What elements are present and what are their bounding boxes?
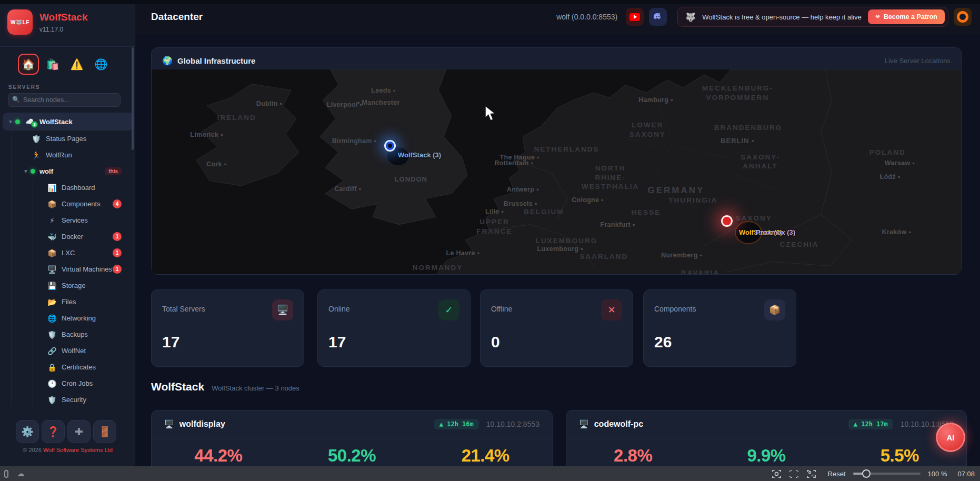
tree-item-wolf[interactable]: ▼wolfthis bbox=[0, 163, 135, 179]
heart-icon: ❤ bbox=[875, 14, 880, 21]
cluster-name: WolfStack bbox=[151, 380, 204, 393]
node-name: codewolf-pc bbox=[594, 419, 643, 429]
patreon-icon bbox=[957, 11, 968, 23]
tree-item-cron-jobs[interactable]: 🕐Cron Jobs bbox=[0, 375, 135, 392]
patreon-button[interactable] bbox=[954, 8, 972, 26]
tree-item-dashboard[interactable]: 📊Dashboard bbox=[0, 179, 135, 196]
stat-label: Online bbox=[328, 305, 349, 313]
window-top-strip bbox=[0, 0, 980, 4]
nav-gifts-icon[interactable]: 🛍️ bbox=[42, 54, 63, 75]
discord-button[interactable] bbox=[649, 8, 667, 26]
clock: 07:08 bbox=[957, 470, 975, 478]
online-dot bbox=[15, 119, 20, 124]
stat-card-top: Total Servers🖥️ bbox=[162, 299, 293, 320]
shield-icon: 🛡️ bbox=[31, 135, 42, 143]
tree-item-files[interactable]: 📂Files bbox=[0, 294, 135, 310]
metric-value: 21.4% bbox=[418, 446, 552, 466]
count-badge: 1 bbox=[113, 248, 122, 257]
node-count-badge: 3 bbox=[31, 121, 38, 128]
tree-item-services[interactable]: ⚡Services bbox=[0, 212, 135, 228]
map-header: 🌍 Global Infrastructure Live Server Loca… bbox=[152, 52, 961, 69]
monitor-icon: 🖥️ bbox=[46, 265, 58, 274]
server-marker-de[interactable] bbox=[721, 215, 733, 227]
globe-icon: 🌍 bbox=[162, 56, 173, 66]
taskbar-pill-icon[interactable] bbox=[4, 470, 8, 478]
tree-item-certificates[interactable]: 🔒Certificates bbox=[0, 359, 135, 375]
globe-icon: 🌐 bbox=[46, 314, 58, 323]
node-address: 10.10.10.2:8553 bbox=[486, 420, 539, 428]
stat-card-total-servers: Total Servers🖥️17 bbox=[151, 289, 304, 367]
brand: W🐺LF WolfStack v11.17.0 bbox=[7, 9, 88, 35]
tree-item-label: WolfStack bbox=[39, 118, 73, 126]
search-input[interactable] bbox=[8, 93, 121, 107]
monitor-icon: 🖥️ bbox=[164, 419, 174, 429]
tree-item-status-pages[interactable]: 🛡️Status Pages bbox=[0, 131, 135, 147]
runner-icon: 🏃 bbox=[31, 151, 42, 159]
region-select-icon[interactable] bbox=[789, 469, 799, 479]
tree-item-label: wolf bbox=[39, 167, 53, 175]
floppy-icon: 💾 bbox=[46, 282, 58, 290]
node-header-right: ▲ 12h 16m10.10.10.2:8553 bbox=[434, 419, 539, 429]
node-header-right: ▲ 12h 17m10.10.10.1:8553 bbox=[848, 419, 954, 429]
global-infrastructure-card: 🌍 Global Infrastructure Live Server Loca… bbox=[151, 47, 962, 275]
shield-icon: 🛡️ bbox=[46, 330, 58, 339]
copyright: © 2026 Wolf Software Systems Ltd bbox=[0, 447, 135, 453]
record-code-icon[interactable]: <> bbox=[806, 469, 816, 479]
tree-item-label: Storage bbox=[62, 282, 86, 289]
tree-item-wolfstack[interactable]: ▼☁️3WolfStack bbox=[3, 113, 133, 131]
screenshot-icon[interactable] bbox=[772, 469, 782, 479]
wolf-icon: 🐺 bbox=[685, 12, 696, 22]
help-button[interactable]: ❓ bbox=[42, 420, 65, 443]
donation-banner: 🐺 WolfStack is free & open-source — help… bbox=[677, 7, 948, 27]
reset-button[interactable]: Reset bbox=[828, 470, 846, 478]
nav-warning-icon[interactable]: ⚠️ bbox=[66, 54, 87, 75]
taskbar-cloud-icon[interactable]: ☁ bbox=[17, 469, 25, 478]
server-marker-uk-label[interactable]: WolfStack (3) bbox=[398, 151, 441, 159]
nav-globe-icon[interactable]: 🌐 bbox=[91, 54, 112, 75]
server-marker-uk[interactable] bbox=[384, 140, 396, 152]
stat-card-top: Online✓ bbox=[328, 299, 459, 320]
header-actions: wolf (0.0.0.0:8553) 🐺 WolfStack is free … bbox=[556, 7, 972, 27]
stat-value: 0 bbox=[491, 333, 622, 351]
link-icon: 🔗 bbox=[46, 347, 58, 355]
nav-home-icon[interactable]: 🏠 bbox=[18, 54, 39, 75]
chevron-down-icon[interactable]: ▼ bbox=[8, 119, 15, 125]
tree-item-backups[interactable]: 🛡️Backups bbox=[0, 326, 135, 343]
zoom-slider[interactable] bbox=[853, 469, 921, 478]
sidebar-scrollbar[interactable] bbox=[132, 47, 134, 150]
tree-item-storage[interactable]: 💾Storage bbox=[0, 277, 135, 294]
chevron-down-icon[interactable]: ▼ bbox=[23, 168, 31, 174]
tree-item-label: Docker bbox=[62, 233, 83, 241]
stat-label: Total Servers bbox=[162, 305, 205, 313]
company-link[interactable]: Wolf Software Systems Ltd bbox=[43, 447, 113, 453]
svg-text:<>: <> bbox=[811, 473, 816, 478]
discord-icon bbox=[653, 12, 663, 22]
tree-item-label: Components bbox=[62, 200, 101, 208]
add-button[interactable]: ✚ bbox=[67, 420, 91, 443]
stat-card-top: Components📦 bbox=[654, 299, 785, 320]
tree-item-label: WolfNet bbox=[62, 347, 86, 355]
wolfstack-logo[interactable]: W🐺LF bbox=[7, 9, 33, 35]
uptime-badge: ▲ 12h 16m bbox=[434, 419, 479, 429]
tree-item-lxc[interactable]: 📦LXC1 bbox=[0, 245, 135, 261]
tree-item-security[interactable]: 🛡️Security bbox=[0, 392, 135, 408]
become-patron-button[interactable]: ❤Become a Patron bbox=[868, 9, 945, 24]
server-marker-de-label2[interactable]: Proxmox (3) bbox=[756, 228, 795, 236]
world-map[interactable]: Leeds ▪▪ ManchesterDublin ▪Liverpool ▪IR… bbox=[152, 69, 962, 275]
tree-item-docker[interactable]: 🐳Docker1 bbox=[0, 228, 135, 245]
slider-knob[interactable] bbox=[862, 469, 871, 478]
tree-item-wolfnet[interactable]: 🔗WolfNet bbox=[0, 343, 135, 359]
tree-item-virtual-machines[interactable]: 🖥️Virtual Machines1 bbox=[0, 261, 135, 277]
logout-button[interactable]: 🚪 bbox=[93, 420, 116, 443]
settings-button[interactable]: ⚙️ bbox=[16, 420, 39, 443]
node-name: wolfdisplay bbox=[179, 419, 225, 429]
youtube-button[interactable] bbox=[626, 8, 644, 26]
folder-icon: 📂 bbox=[46, 298, 58, 306]
metric-value: 9.9% bbox=[699, 446, 833, 466]
ai-assistant-button[interactable]: AI bbox=[936, 423, 965, 452]
metric-value: 44.2% bbox=[152, 446, 285, 466]
tree-item-components[interactable]: 📦Components4 bbox=[0, 196, 135, 212]
tree-item-label: Dashboard bbox=[62, 184, 95, 192]
tree-item-wolfrun[interactable]: 🏃WolfRun bbox=[0, 147, 135, 163]
tree-item-networking[interactable]: 🌐Networking bbox=[0, 310, 135, 326]
